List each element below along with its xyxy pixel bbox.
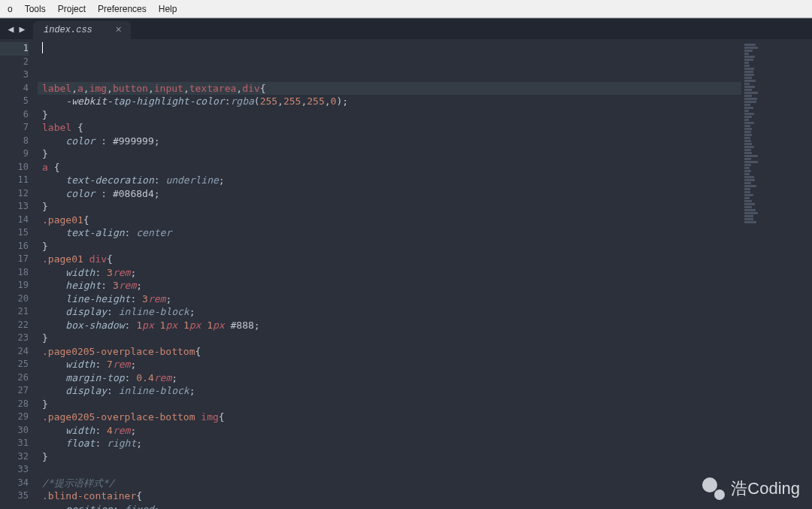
line-number: 15 xyxy=(0,226,29,240)
line-number: 11 xyxy=(0,174,29,187)
line-number: 16 xyxy=(0,240,29,253)
line-number: 8 xyxy=(0,135,29,148)
code-line[interactable]: .page01{ xyxy=(38,214,741,227)
line-number: 23 xyxy=(0,332,29,345)
code-line[interactable]: color : #0868d4; xyxy=(38,187,741,201)
code-line[interactable]: -webkit-tap-highlight-color:rgba(255,255… xyxy=(38,95,741,108)
line-number: 30 xyxy=(0,424,29,438)
line-number: 19 xyxy=(0,279,29,292)
line-number: 21 xyxy=(0,305,29,319)
line-number: 14 xyxy=(0,214,29,227)
code-line[interactable]: .page01 div{ xyxy=(38,253,741,266)
close-icon[interactable]: × xyxy=(116,24,122,36)
line-number: 28 xyxy=(0,398,29,411)
line-number: 33 xyxy=(0,463,29,477)
code-line[interactable]: } xyxy=(38,450,741,464)
line-number: 25 xyxy=(0,358,29,371)
tab-label: index.css xyxy=(44,25,92,35)
code-line[interactable]: .blind-container{ xyxy=(38,489,741,503)
code-line[interactable]: .page0205-overplace-bottom img{ xyxy=(38,411,741,424)
code-line[interactable]: width: 4rem; xyxy=(38,424,741,438)
code-editor[interactable]: 1234567891011121314151617181920212223242… xyxy=(0,39,812,509)
code-line[interactable]: text-decoration: underline; xyxy=(38,174,741,187)
code-line[interactable]: line-height: 3rem; xyxy=(38,292,741,306)
line-number: 6 xyxy=(0,108,29,122)
tab-forward-icon[interactable]: ▶ xyxy=(17,24,27,34)
line-number: 13 xyxy=(0,200,29,214)
line-number: 22 xyxy=(0,319,29,332)
tab-bar: ◀ ▶ index.css × xyxy=(0,18,812,39)
menu-item-o[interactable]: o xyxy=(2,2,19,17)
line-number: 17 xyxy=(0,253,29,266)
code-line[interactable]: } xyxy=(38,398,741,411)
line-number: 1 xyxy=(0,42,29,56)
code-line[interactable]: float: right; xyxy=(38,437,741,450)
text-cursor xyxy=(42,42,43,53)
code-line[interactable]: } xyxy=(38,240,741,253)
code-line[interactable]: a { xyxy=(38,161,741,174)
menu-item-preferences[interactable]: Preferences xyxy=(92,2,153,17)
line-number: 12 xyxy=(0,187,29,201)
menu-item-tools[interactable]: Tools xyxy=(19,2,52,17)
code-line[interactable]: color : #999999; xyxy=(38,135,741,148)
tab-nav: ◀ ▶ xyxy=(0,19,33,39)
line-number: 9 xyxy=(0,147,29,161)
line-number: 3 xyxy=(0,68,29,82)
tab-index-css[interactable]: index.css × xyxy=(33,21,131,39)
code-line[interactable]: position: fixed; xyxy=(38,503,741,510)
line-number: 7 xyxy=(0,121,29,135)
line-number: 20 xyxy=(0,292,29,306)
line-number: 24 xyxy=(0,345,29,359)
line-number: 29 xyxy=(0,411,29,424)
code-line[interactable]: label { xyxy=(38,121,741,135)
line-number: 32 xyxy=(0,450,29,464)
line-number: 35 xyxy=(0,489,29,503)
line-number: 4 xyxy=(0,82,29,95)
code-line[interactable]: /*提示语样式*/ xyxy=(38,477,741,490)
menubar: o Tools Project Preferences Help xyxy=(0,0,812,18)
code-line[interactable]: } xyxy=(38,200,741,214)
line-number: 27 xyxy=(0,384,29,398)
line-number: 34 xyxy=(0,477,29,490)
code-line[interactable] xyxy=(38,463,741,477)
line-number: 31 xyxy=(0,437,29,450)
code-line[interactable]: margin-top: 0.4rem; xyxy=(38,371,741,385)
minimap[interactable] xyxy=(741,39,812,509)
code-line[interactable]: width: 3rem; xyxy=(38,266,741,280)
menu-item-project[interactable]: Project xyxy=(52,2,92,17)
line-number: 18 xyxy=(0,266,29,280)
code-line[interactable]: box-shadow: 1px 1px 1px 1px #888; xyxy=(38,319,741,332)
menu-item-help[interactable]: Help xyxy=(153,2,183,17)
line-number-gutter: 1234567891011121314151617181920212223242… xyxy=(0,39,38,509)
code-line[interactable]: label,a,img,button,input,textarea,div{ xyxy=(38,82,741,95)
code-line[interactable]: text-align: center xyxy=(38,226,741,240)
line-number: 2 xyxy=(0,56,29,69)
tab-back-icon[interactable]: ◀ xyxy=(6,24,16,34)
code-line[interactable]: display: inline-block; xyxy=(38,305,741,319)
code-line[interactable]: .page0205-overplace-bottom{ xyxy=(38,345,741,359)
code-line[interactable]: display: inline-block; xyxy=(38,384,741,398)
line-number: 10 xyxy=(0,161,29,174)
line-number: 5 xyxy=(0,95,29,108)
code-area[interactable]: label,a,img,button,input,textarea,div{ -… xyxy=(38,39,741,509)
code-line[interactable]: } xyxy=(38,332,741,345)
code-line[interactable]: width: 7rem; xyxy=(38,358,741,371)
code-line[interactable]: } xyxy=(38,108,741,122)
line-number: 26 xyxy=(0,371,29,385)
code-line[interactable]: } xyxy=(38,147,741,161)
code-line[interactable]: height: 3rem; xyxy=(38,279,741,292)
